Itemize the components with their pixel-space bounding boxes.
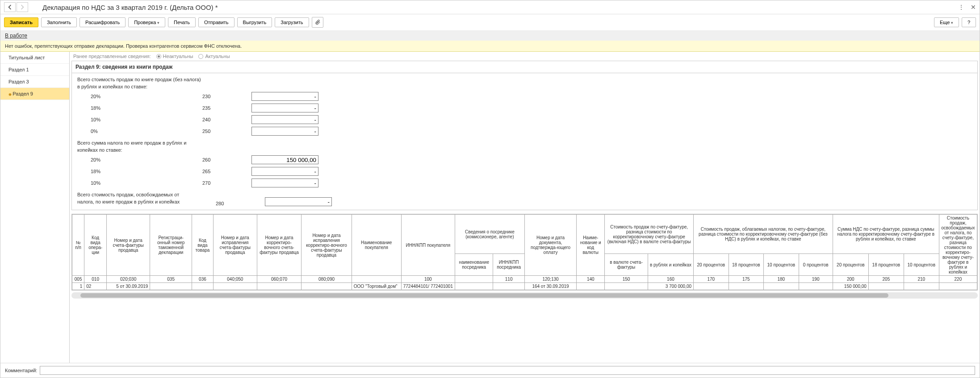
fill-button[interactable]: Заполнить (41, 17, 77, 27)
forward-button[interactable] (17, 2, 28, 12)
sales-18-input[interactable] (251, 104, 318, 112)
download-button[interactable]: Загрузить (275, 17, 309, 27)
prev-label: Ранее представленные сведения: (73, 54, 151, 59)
exempt-input[interactable] (265, 197, 332, 206)
comment-row: Комментарий: (0, 363, 980, 378)
sales-0-input[interactable] (251, 127, 318, 136)
send-button[interactable]: Отправить (198, 17, 235, 27)
comment-label: Комментарий: (5, 368, 37, 373)
menu-icon[interactable]: ⋮ (958, 4, 964, 11)
sidebar: Титульный лист Раздел 1 Раздел 3 Раздел … (0, 52, 70, 363)
section-9: Раздел 9: сведения из книги продаж Всего… (71, 61, 978, 210)
codes-row: 005010020;030035036040;050060;070080;090… (72, 276, 977, 283)
sales-table-wrap: № п/п Код вида опера-ции Номер и дата сч… (71, 214, 978, 291)
upload-button[interactable]: Выгрузить (237, 17, 272, 27)
tax-total-label-2: копейках по ставке: (77, 147, 972, 153)
radio-irrelevant[interactable]: Неактуальны (156, 54, 193, 59)
sidebar-item-section9[interactable]: Раздел 9 (0, 88, 69, 100)
prev-info-row: Ранее представленные сведения: Неактуаль… (70, 52, 980, 61)
main-content: Ранее представленные сведения: Неактуаль… (70, 52, 980, 363)
exempt-label-2: налога, по книге продаж в рублях и копей… (77, 199, 216, 204)
toolbar: Записать Заполнить Расшифровать Проверка… (0, 14, 980, 31)
comment-input[interactable] (40, 366, 975, 375)
status-link[interactable]: В работе (5, 33, 27, 39)
save-button[interactable]: Записать (4, 17, 38, 27)
table-row[interactable]: 1 02 5 от 30.09.2019 ООО "Торговый дом" … (72, 283, 977, 290)
back-button[interactable] (4, 2, 16, 12)
window-title: Декларация по НДС за 3 квартал 2019 г. (… (42, 4, 218, 11)
titlebar: Декларация по НДС за 3 квартал 2019 г. (… (0, 0, 980, 14)
sales-table: № п/п Код вида опера-ции Номер и дата сч… (72, 214, 977, 290)
app-window: Декларация по НДС за 3 квартал 2019 г. (… (0, 0, 980, 378)
more-button[interactable]: Еще (934, 17, 959, 27)
close-icon[interactable]: ✕ (971, 4, 976, 11)
sidebar-item-section3[interactable]: Раздел 3 (0, 76, 69, 88)
sales-total-label-2: в рублях и копейках по ставке: (77, 84, 972, 89)
tax-20-input[interactable] (251, 155, 318, 164)
sales-10-input[interactable] (251, 115, 318, 124)
info-bar: Нет ошибок, препятствующих отправке декл… (0, 41, 980, 52)
radio-relevant[interactable]: Актуальны (198, 54, 230, 59)
sales-total-label-1: Всего стоимость продаж по книге продаж (… (77, 77, 972, 82)
tax-total-label-1: Всего сумма налога по книге продаж в руб… (77, 140, 972, 145)
decrypt-button[interactable]: Расшифровать (80, 17, 126, 27)
tax-18-input[interactable] (251, 167, 318, 176)
horizontal-scrollbar[interactable] (71, 292, 978, 299)
section-title: Раздел 9: сведения из книги продаж (72, 61, 977, 73)
print-button[interactable]: Печать (168, 17, 196, 27)
help-button[interactable]: ? (962, 17, 976, 27)
exempt-label-1: Всего стоимость продаж, освобождаемых от (77, 192, 216, 197)
check-button[interactable]: Проверка (128, 17, 165, 27)
sales-20-input[interactable] (251, 92, 318, 101)
sidebar-item-title[interactable]: Титульный лист (0, 52, 69, 64)
attach-icon[interactable] (312, 17, 323, 28)
status-bar: В работе (0, 31, 980, 41)
sidebar-item-section1[interactable]: Раздел 1 (0, 64, 69, 76)
tax-10-input[interactable] (251, 179, 318, 187)
